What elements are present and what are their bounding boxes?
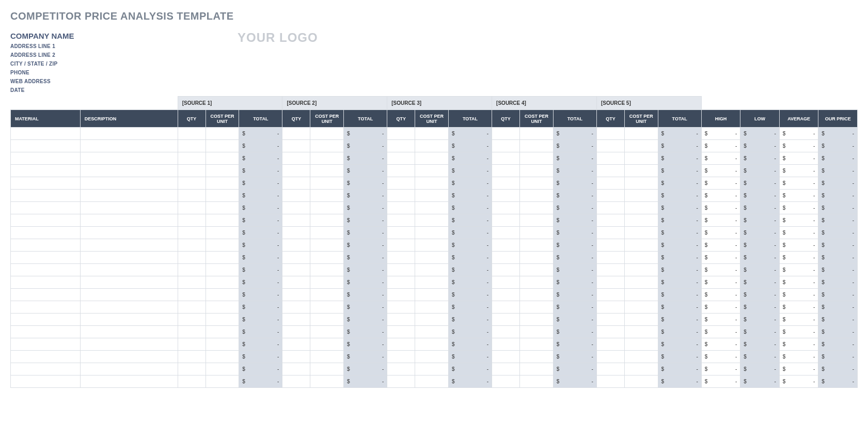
- total-cell[interactable]: $-: [658, 338, 701, 351]
- qty-cell[interactable]: [596, 190, 624, 202]
- cost-per-unit-cell[interactable]: [520, 140, 554, 152]
- our-price-cell[interactable]: $-: [818, 140, 858, 152]
- total-cell[interactable]: $-: [344, 314, 387, 326]
- cost-per-unit-cell[interactable]: [310, 338, 344, 351]
- cost-per-unit-cell[interactable]: [624, 338, 658, 351]
- qty-cell[interactable]: [596, 363, 624, 376]
- cost-per-unit-cell[interactable]: [520, 202, 554, 214]
- cost-per-unit-cell[interactable]: [415, 376, 449, 388]
- low-cell[interactable]: $-: [740, 239, 780, 252]
- high-cell[interactable]: $-: [701, 140, 740, 152]
- average-cell[interactable]: $-: [779, 165, 818, 177]
- high-cell[interactable]: $-: [701, 190, 740, 202]
- total-cell[interactable]: $-: [553, 363, 596, 376]
- qty-cell[interactable]: [282, 289, 310, 301]
- description-cell[interactable]: [80, 140, 178, 152]
- cost-per-unit-cell[interactable]: [206, 214, 239, 227]
- description-cell[interactable]: [80, 351, 178, 363]
- qty-cell[interactable]: [387, 363, 415, 376]
- qty-cell[interactable]: [492, 301, 520, 314]
- cost-per-unit-cell[interactable]: [520, 314, 554, 326]
- average-cell[interactable]: $-: [779, 128, 818, 140]
- our-price-cell[interactable]: $-: [818, 214, 858, 227]
- our-price-cell[interactable]: $-: [818, 338, 858, 351]
- qty-cell[interactable]: [596, 128, 624, 140]
- cost-per-unit-cell[interactable]: [206, 338, 239, 351]
- total-cell[interactable]: $-: [344, 264, 387, 276]
- total-cell[interactable]: $-: [658, 289, 701, 301]
- qty-cell[interactable]: [178, 165, 206, 177]
- total-cell[interactable]: $-: [344, 252, 387, 264]
- cost-per-unit-cell[interactable]: [206, 152, 239, 165]
- cost-per-unit-cell[interactable]: [520, 152, 554, 165]
- cost-per-unit-cell[interactable]: [415, 140, 449, 152]
- total-cell[interactable]: $-: [344, 338, 387, 351]
- total-cell[interactable]: $-: [658, 140, 701, 152]
- low-cell[interactable]: $-: [740, 214, 780, 227]
- cost-per-unit-cell[interactable]: [206, 140, 239, 152]
- qty-cell[interactable]: [492, 264, 520, 276]
- qty-cell[interactable]: [596, 140, 624, 152]
- qty-cell[interactable]: [492, 289, 520, 301]
- qty-cell[interactable]: [596, 177, 624, 190]
- total-cell[interactable]: $-: [553, 214, 596, 227]
- high-cell[interactable]: $-: [701, 326, 740, 338]
- total-cell[interactable]: $-: [344, 301, 387, 314]
- average-cell[interactable]: $-: [779, 376, 818, 388]
- qty-cell[interactable]: [596, 227, 624, 239]
- high-cell[interactable]: $-: [701, 276, 740, 289]
- description-cell[interactable]: [80, 314, 178, 326]
- cost-per-unit-cell[interactable]: [520, 338, 554, 351]
- average-cell[interactable]: $-: [779, 264, 818, 276]
- qty-cell[interactable]: [492, 252, 520, 264]
- total-cell[interactable]: $-: [553, 128, 596, 140]
- high-cell[interactable]: $-: [701, 128, 740, 140]
- high-cell[interactable]: $-: [701, 289, 740, 301]
- total-cell[interactable]: $-: [344, 190, 387, 202]
- low-cell[interactable]: $-: [740, 376, 780, 388]
- high-cell[interactable]: $-: [701, 314, 740, 326]
- cost-per-unit-cell[interactable]: [520, 301, 554, 314]
- high-cell[interactable]: $-: [701, 376, 740, 388]
- average-cell[interactable]: $-: [779, 314, 818, 326]
- total-cell[interactable]: $-: [344, 140, 387, 152]
- total-cell[interactable]: $-: [658, 264, 701, 276]
- cost-per-unit-cell[interactable]: [520, 289, 554, 301]
- material-cell[interactable]: [11, 376, 81, 388]
- our-price-cell[interactable]: $-: [818, 289, 858, 301]
- total-cell[interactable]: $-: [658, 276, 701, 289]
- qty-cell[interactable]: [282, 276, 310, 289]
- qty-cell[interactable]: [387, 190, 415, 202]
- high-cell[interactable]: $-: [701, 239, 740, 252]
- average-cell[interactable]: $-: [779, 140, 818, 152]
- our-price-cell[interactable]: $-: [818, 165, 858, 177]
- cost-per-unit-cell[interactable]: [415, 165, 449, 177]
- cost-per-unit-cell[interactable]: [624, 363, 658, 376]
- cost-per-unit-cell[interactable]: [520, 376, 554, 388]
- qty-cell[interactable]: [492, 276, 520, 289]
- total-cell[interactable]: $-: [239, 165, 282, 177]
- qty-cell[interactable]: [282, 252, 310, 264]
- qty-cell[interactable]: [492, 202, 520, 214]
- cost-per-unit-cell[interactable]: [415, 227, 449, 239]
- qty-cell[interactable]: [596, 376, 624, 388]
- cost-per-unit-cell[interactable]: [520, 214, 554, 227]
- cost-per-unit-cell[interactable]: [624, 326, 658, 338]
- high-cell[interactable]: $-: [701, 152, 740, 165]
- cost-per-unit-cell[interactable]: [624, 227, 658, 239]
- high-cell[interactable]: $-: [701, 351, 740, 363]
- material-cell[interactable]: [11, 227, 81, 239]
- qty-cell[interactable]: [178, 177, 206, 190]
- total-cell[interactable]: $-: [448, 314, 492, 326]
- total-cell[interactable]: $-: [553, 264, 596, 276]
- description-cell[interactable]: [80, 326, 178, 338]
- cost-per-unit-cell[interactable]: [310, 165, 344, 177]
- total-cell[interactable]: $-: [553, 190, 596, 202]
- cost-per-unit-cell[interactable]: [624, 276, 658, 289]
- qty-cell[interactable]: [178, 140, 206, 152]
- cost-per-unit-cell[interactable]: [206, 128, 239, 140]
- total-cell[interactable]: $-: [239, 363, 282, 376]
- qty-cell[interactable]: [596, 326, 624, 338]
- total-cell[interactable]: $-: [448, 264, 492, 276]
- qty-cell[interactable]: [178, 202, 206, 214]
